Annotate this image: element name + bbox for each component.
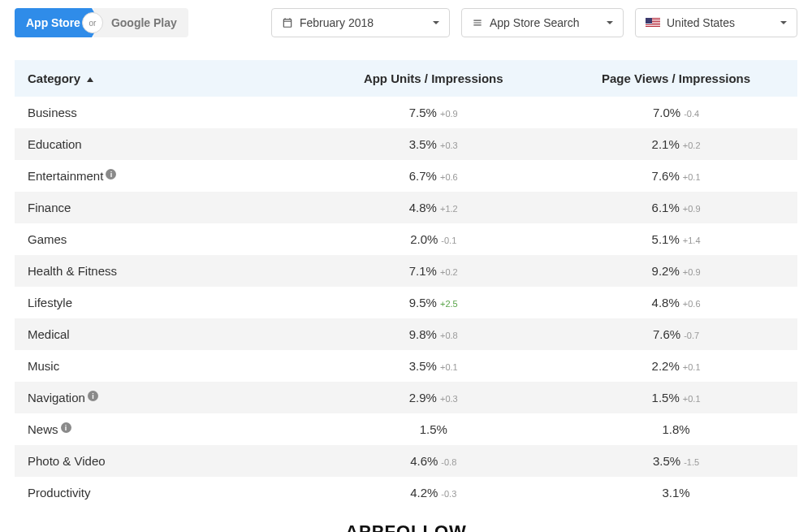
cell-app-units: 3.5%+0.3 xyxy=(312,128,555,160)
info-icon[interactable]: i xyxy=(106,169,116,179)
source-dropdown[interactable]: App Store Search xyxy=(461,8,624,37)
cell-app-units: 1.5% xyxy=(312,413,555,445)
table-row: Music3.5%+0.12.2%+0.1 xyxy=(15,350,797,382)
cell-page-views-delta: +1.4 xyxy=(683,236,701,245)
category-label: Productivity xyxy=(28,486,91,500)
table-body: Business7.5%+0.97.0%-0.4Education3.5%+0.… xyxy=(15,97,797,508)
table-row: Medical9.8%+0.87.6%-0.7 xyxy=(15,318,797,350)
cell-app-units-value: 1.5% xyxy=(420,422,447,436)
toggle-app-store[interactable]: App Store xyxy=(15,8,92,37)
cell-page-views: 7.6%+0.1 xyxy=(555,160,797,192)
col-header-category-label: Category xyxy=(28,71,80,85)
category-label: Education xyxy=(28,137,82,151)
cell-app-units: 3.5%+0.1 xyxy=(312,350,555,382)
cell-app-units-value: 4.6% xyxy=(410,454,438,468)
cell-page-views-value: 6.1% xyxy=(652,201,680,214)
table-row: Finance4.8%+1.26.1%+0.9 xyxy=(15,192,797,223)
cell-app-units: 2.0%-0.1 xyxy=(312,223,555,255)
table-row: Entertainmenti6.7%+0.67.6%+0.1 xyxy=(15,160,797,192)
cell-app-units: 9.5%+2.5 xyxy=(312,287,555,318)
category-label: News xyxy=(28,422,58,436)
cell-category: Lifestyle xyxy=(15,287,312,318)
col-header-page-views[interactable]: Page Views / Impressions xyxy=(555,60,797,97)
cell-app-units-value: 9.8% xyxy=(409,327,437,341)
cell-category: Health & Fitness xyxy=(15,255,312,287)
cell-category: Business xyxy=(15,97,312,128)
info-icon[interactable]: i xyxy=(61,422,71,433)
cell-category: Medical xyxy=(15,318,312,350)
country-dropdown-label: United States xyxy=(667,16,735,29)
table-row: Navigationi2.9%+0.31.5%+0.1 xyxy=(15,382,797,413)
toggle-app-store-label: App Store xyxy=(26,16,80,29)
toggle-google-play-label: Google Play xyxy=(111,16,177,29)
cell-category: Photo & Video xyxy=(15,445,312,477)
cell-app-units: 6.7%+0.6 xyxy=(312,160,555,192)
cell-page-views: 9.2%+0.9 xyxy=(555,255,797,287)
col-header-app-units-label: App Units / Impressions xyxy=(364,71,503,85)
category-label: Medical xyxy=(28,327,70,341)
category-label: Health & Fitness xyxy=(28,264,117,278)
col-header-app-units[interactable]: App Units / Impressions xyxy=(312,60,555,97)
cell-app-units: 4.2%-0.3 xyxy=(312,477,555,508)
cell-page-views: 3.1% xyxy=(555,477,797,508)
col-header-page-views-label: Page Views / Impressions xyxy=(602,71,750,85)
cell-page-views-delta: +0.1 xyxy=(683,362,701,372)
cell-page-views: 4.8%+0.6 xyxy=(555,287,797,318)
table-row: Productivity4.2%-0.33.1% xyxy=(15,477,797,508)
sort-asc-icon xyxy=(87,77,93,82)
toggle-or-badge: or xyxy=(82,12,103,33)
cell-page-views-delta: +0.9 xyxy=(683,267,701,277)
cell-app-units-value: 7.5% xyxy=(409,106,437,119)
table-row: Games2.0%-0.15.1%+1.4 xyxy=(15,223,797,255)
chevron-down-icon xyxy=(433,21,439,24)
category-label: Business xyxy=(28,106,77,119)
cell-app-units-delta: +0.1 xyxy=(440,362,458,372)
cell-page-views-value: 2.1% xyxy=(652,137,680,151)
brand-watermark: APPFOLLOW xyxy=(15,521,797,532)
cell-app-units-value: 6.7% xyxy=(409,169,437,183)
cell-page-views: 1.8% xyxy=(555,413,797,445)
cell-page-views-delta: +0.6 xyxy=(683,299,701,309)
cell-app-units-delta: +0.9 xyxy=(440,109,458,119)
cell-app-units-value: 3.5% xyxy=(409,137,437,151)
toggle-google-play[interactable]: Google Play xyxy=(93,8,188,37)
cell-app-units: 9.8%+0.8 xyxy=(312,318,555,350)
cell-page-views-delta: +0.9 xyxy=(683,204,701,214)
cell-app-units-value: 9.5% xyxy=(409,296,437,309)
cell-app-units: 4.8%+1.2 xyxy=(312,192,555,223)
cell-app-units-delta: -0.8 xyxy=(441,457,456,467)
toggle-or-label: or xyxy=(89,19,96,28)
cell-category: Music xyxy=(15,350,312,382)
country-dropdown[interactable]: United States xyxy=(635,8,797,37)
category-label: Lifestyle xyxy=(28,296,72,309)
store-toggle: App Store or Google Play xyxy=(15,8,188,37)
cell-app-units: 2.9%+0.3 xyxy=(312,382,555,413)
cell-page-views-value: 1.5% xyxy=(652,391,680,404)
calendar-icon xyxy=(282,17,293,28)
col-header-category[interactable]: Category xyxy=(15,60,312,97)
cell-app-units-delta: +2.5 xyxy=(440,299,458,309)
table-header-row: Category App Units / Impressions Page Vi… xyxy=(15,60,797,97)
cell-page-views-value: 4.8% xyxy=(652,296,680,309)
cell-page-views: 3.5%-1.5 xyxy=(555,445,797,477)
category-label: Entertainment xyxy=(28,169,103,183)
category-label: Finance xyxy=(28,201,71,214)
chevron-down-icon xyxy=(780,21,787,24)
cell-page-views-delta: -0.4 xyxy=(684,109,699,119)
cell-page-views-value: 9.2% xyxy=(652,264,680,278)
cell-category: Productivity xyxy=(15,477,312,508)
category-label: Navigation xyxy=(28,391,85,404)
category-label: Photo & Video xyxy=(28,454,106,468)
cell-category: Games xyxy=(15,223,312,255)
cell-app-units-delta: +0.6 xyxy=(440,172,458,182)
cell-page-views-value: 7.6% xyxy=(652,169,680,183)
info-icon[interactable]: i xyxy=(88,391,98,401)
cell-app-units: 7.1%+0.2 xyxy=(312,255,555,287)
cell-page-views-delta: -1.5 xyxy=(684,457,699,467)
cell-page-views-delta: +0.2 xyxy=(683,141,701,150)
date-dropdown[interactable]: February 2018 xyxy=(271,8,450,37)
cell-app-units-delta: -0.1 xyxy=(441,236,456,245)
cell-app-units-value: 4.8% xyxy=(409,201,437,214)
cell-category: Finance xyxy=(15,192,312,223)
cell-page-views: 7.0%-0.4 xyxy=(555,97,797,128)
